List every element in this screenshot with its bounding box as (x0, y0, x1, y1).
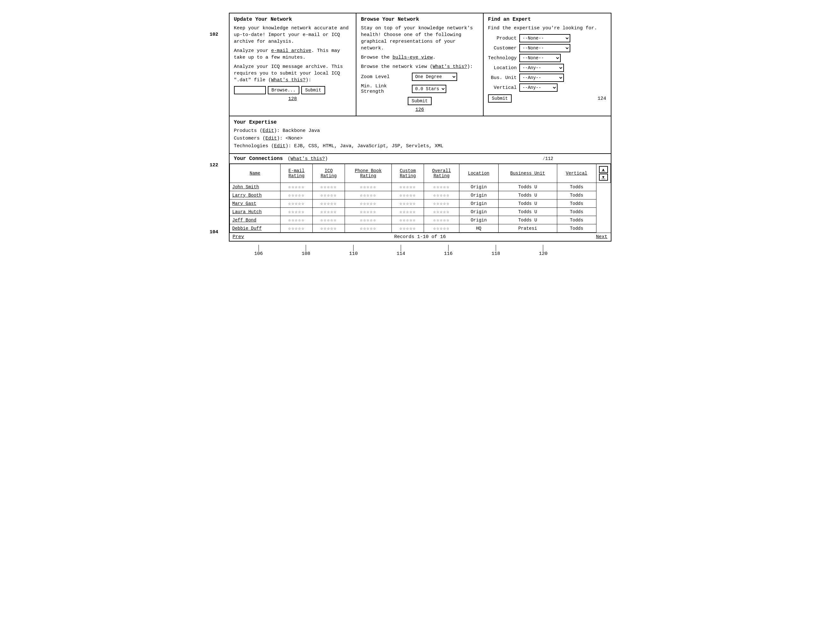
row-phone-2: ☆☆☆☆☆ (345, 200, 391, 208)
find-expert-submit-button[interactable]: Submit (488, 95, 512, 103)
col-header-vertical[interactable]: Vertical (557, 164, 596, 183)
technologies-edit-link[interactable]: Edit (274, 143, 286, 149)
products-edit-link[interactable]: Edit (263, 128, 274, 134)
expertise-section: Your Expertise Products (Edit): Backbone… (229, 116, 611, 154)
row-icq-0: ☆☆☆☆☆ (313, 183, 345, 191)
min-link-select[interactable]: 0.0 Stars 1.0 Stars 2.0 Stars (412, 85, 446, 93)
customers-edit-link[interactable]: Edit (266, 136, 277, 141)
row-location-5: HQ (459, 224, 498, 233)
customer-label: Customer (488, 46, 519, 51)
scroll-buttons-cell[interactable]: ▲ ▼ (596, 164, 611, 183)
row-icq-4: ☆☆☆☆☆ (313, 216, 345, 224)
email-archive-link[interactable]: e‑mail archive (271, 48, 312, 53)
expertise-technologies: Technologies (Edit): EJB, CSS, HTML, Jav… (234, 142, 606, 150)
row-custom-5: ☆☆☆☆☆ (392, 224, 424, 233)
update-submit-button[interactable]: Submit (301, 86, 325, 95)
row-busunit-5: Pratesi (498, 224, 557, 233)
location-select[interactable]: --Any-- (519, 64, 564, 72)
file-input-row: Browse... Submit (234, 86, 351, 95)
row-custom-2: ☆☆☆☆☆ (392, 200, 424, 208)
min-link-row: Min. Link Strength 0.0 Stars 1.0 Stars 2… (361, 84, 478, 95)
row-name-2[interactable]: Mary Gast (229, 200, 281, 208)
table-row: John Smith ☆☆☆☆☆ ☆☆☆☆☆ ☆☆☆☆☆ ☆☆☆☆☆ ☆☆☆☆☆… (229, 183, 611, 191)
update-your-network-panel: Update Your Network Keep your knowledge … (229, 14, 357, 116)
customer-select[interactable]: --None-- (519, 44, 570, 52)
bottom-label-116: 116 (444, 251, 453, 256)
min-link-label: Min. Link Strength (361, 84, 412, 95)
row-name-4[interactable]: Jeff Bond (229, 216, 281, 224)
row-custom-0: ☆☆☆☆☆ (392, 183, 424, 191)
row-icq-5: ☆☆☆☆☆ (313, 224, 345, 233)
vertical-label: Vertical (488, 85, 519, 90)
row-vertical-3: Todds (557, 208, 596, 216)
row-overall-3: ☆☆☆☆☆ (424, 208, 460, 216)
row-name-5[interactable]: Debbie Duff (229, 224, 281, 233)
bottom-label-120: 120 (539, 251, 547, 256)
row-location-1: Origin (459, 191, 498, 200)
col-header-location[interactable]: Location (459, 164, 498, 183)
bus-unit-label: Bus. Unit (488, 75, 519, 81)
browse-network-p1: Stay on top of your knowledge network's … (361, 25, 478, 52)
scroll-down-button[interactable]: ▼ (599, 174, 608, 181)
icq-whats-this-link[interactable]: What's this? (271, 78, 306, 83)
row-icq-2: ☆☆☆☆☆ (313, 200, 345, 208)
browse-network-p2: Browse the bulls‑eye view. (361, 54, 478, 61)
row-icq-3: ☆☆☆☆☆ (313, 208, 345, 216)
row-overall-0: ☆☆☆☆☆ (424, 183, 460, 191)
find-expert-title: Find an Expert (488, 17, 606, 22)
col2-footer-label: 126 (361, 107, 478, 113)
label-104: 104 (210, 229, 218, 235)
zoom-level-select[interactable]: One Degree Two Degrees Three Degrees (412, 73, 457, 81)
col3-footer-label: 124 (597, 96, 606, 101)
find-expert-description: Find the expertise you're looking for. (488, 25, 606, 32)
row-icq-1: ☆☆☆☆☆ (313, 191, 345, 200)
row-name-0[interactable]: John Smith (229, 183, 281, 191)
vertical-select[interactable]: --Any-- (519, 84, 557, 92)
next-button[interactable]: Next (596, 234, 607, 239)
browse-button[interactable]: Browse... (268, 86, 300, 95)
row-email-5: ☆☆☆☆☆ (281, 224, 313, 233)
product-select[interactable]: --None-- (519, 34, 570, 43)
row-overall-1: ☆☆☆☆☆ (424, 191, 460, 200)
row-phone-3: ☆☆☆☆☆ (345, 208, 391, 216)
browse-network-p3: Browse the network view (What's this?): (361, 63, 478, 70)
col-header-email: E‑mailRating (281, 164, 313, 183)
row-vertical-5: Todds (557, 224, 596, 233)
row-name-3[interactable]: Laura Hutch (229, 208, 281, 216)
row-busunit-4: Todds U (498, 216, 557, 224)
find-expert-grid: Product --None-- Customer --None-- Techn… (488, 34, 606, 92)
row-location-0: Origin (459, 183, 498, 191)
zoom-level-label: Zoom Level (361, 74, 412, 80)
network-view-whats-this-link[interactable]: What's this? (432, 64, 467, 69)
row-location-2: Origin (459, 200, 498, 208)
row-location-3: Origin (459, 208, 498, 216)
row-vertical-0: Todds (557, 183, 596, 191)
bus-unit-select[interactable]: --Any-- (519, 73, 564, 82)
browse-submit-button[interactable]: Submit (408, 97, 431, 105)
technology-select[interactable]: --None-- (519, 54, 561, 62)
row-busunit-2: Todds U (498, 200, 557, 208)
expertise-products: Products (Edit): Backbone Java (234, 127, 606, 135)
col-header-business-unit[interactable]: Business Unit (498, 164, 557, 183)
scroll-up-button[interactable]: ▲ (599, 166, 608, 173)
connections-whats-this-link[interactable]: What's this? (290, 156, 325, 162)
row-email-0: ☆☆☆☆☆ (281, 183, 313, 191)
connections-table: Name E‑mailRating ICQRating Phone BookRa… (229, 164, 611, 233)
col-header-name[interactable]: Name (229, 164, 281, 183)
technologies-value: EJB, CSS, HTML, Java, JavaScript, JSP, S… (294, 143, 443, 149)
bottom-label-108: 108 (302, 251, 310, 256)
records-count: Records 1-10 of 16 (244, 234, 596, 239)
row-email-3: ☆☆☆☆☆ (281, 208, 313, 216)
zoom-row: Zoom Level One Degree Two Degrees Three … (361, 73, 478, 81)
row-vertical-1: Todds (557, 191, 596, 200)
col-header-overall: OverallRating (424, 164, 460, 183)
prev-button[interactable]: Prev (233, 234, 244, 239)
row-name-1[interactable]: Larry Booth (229, 191, 281, 200)
row-email-2: ☆☆☆☆☆ (281, 200, 313, 208)
bottom-label-106: 106 (254, 251, 263, 256)
file-input-box[interactable] (234, 86, 266, 95)
table-row: Laura Hutch ☆☆☆☆☆ ☆☆☆☆☆ ☆☆☆☆☆ ☆☆☆☆☆ ☆☆☆☆… (229, 208, 611, 216)
customers-value: <None> (286, 136, 303, 141)
row-phone-4: ☆☆☆☆☆ (345, 216, 391, 224)
bulls-eye-link[interactable]: bulls‑eye view (393, 55, 432, 60)
